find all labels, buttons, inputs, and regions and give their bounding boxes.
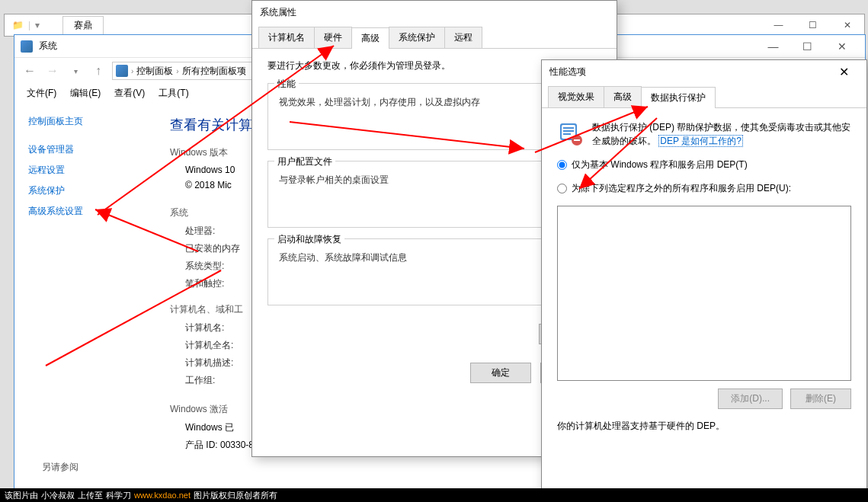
tab-hardware[interactable]: 硬件 — [314, 27, 352, 48]
userprofile-legend: 用户配置文件 — [274, 155, 335, 168]
minimize-button[interactable]: — — [756, 36, 790, 57]
close-button[interactable]: ✕ — [825, 36, 859, 57]
startup-legend: 启动和故障恢复 — [274, 233, 344, 246]
processor-key: 处理器: — [170, 225, 254, 238]
qat-divider: | — [28, 20, 30, 30]
perfopts-title: 性能选项 — [549, 66, 586, 78]
performance-legend: 性能 — [274, 78, 299, 91]
dep-radio-essential[interactable]: 仅为基本 Windows 程序和服务启用 DEP(T) — [557, 158, 851, 171]
tab-advanced[interactable]: 高级 — [604, 86, 642, 107]
sysprops-titlebar: 系统属性 — [252, 1, 617, 24]
maximize-button[interactable]: ☐ — [790, 36, 825, 57]
breadcrumb-sep: › — [131, 67, 133, 75]
system-sidebar: 控制面板主页 设备管理器 远程设置 系统保护 高级系统设置 — [14, 102, 152, 491]
sidebar-home[interactable]: 控制面板主页 — [28, 111, 138, 132]
svg-rect-3 — [563, 130, 574, 132]
perfopts-tabs: 视觉效果 高级 数据执行保护 — [542, 83, 866, 108]
tab-advanced[interactable]: 高级 — [351, 27, 389, 49]
watermark-footer: 该图片由 小冷叔叔 上传至 科学刀 www.kxdao.net 图片版权归原创者… — [0, 488, 868, 502]
activation-value: Windows 已 — [170, 421, 234, 434]
back-button[interactable]: ← — [21, 62, 39, 80]
wm-t1: 该图片由 — [5, 490, 38, 501]
explorer-qat: 📁 | ▾ — [5, 20, 47, 30]
pen-key: 笔和触控: — [170, 277, 254, 290]
menu-file[interactable]: 文件(F) — [21, 85, 62, 102]
tab-remote[interactable]: 远程 — [444, 27, 482, 48]
breadcrumb-sep: › — [176, 67, 178, 75]
sidebar-advsys[interactable]: 高级系统设置 — [28, 201, 138, 222]
dep-description: 数据执行保护 (DEP) 帮助保护数据，使其免受病毒攻击或其他安全威胁的破坏。 … — [592, 120, 851, 148]
dropdown-history[interactable]: ▾ — [66, 62, 85, 80]
dep-radio-all[interactable]: 为除下列选定程序之外的所有程序和服务启用 DEP(U): — [557, 182, 851, 195]
up-button[interactable]: ↑ — [89, 62, 107, 80]
sysprops-tabs: 计算机名 硬件 高级 系统保护 远程 — [252, 24, 617, 49]
wm-t2: 上传至 — [78, 490, 103, 501]
add-button[interactable]: 添加(D)... — [718, 388, 783, 409]
system-icon — [21, 40, 33, 53]
sidebar-sysprot[interactable]: 系统保护 — [28, 181, 138, 201]
dep-radio-essential-label: 仅为基本 Windows 程序和服务启用 DEP(T) — [572, 158, 748, 171]
tab-dep[interactable]: 数据执行保护 — [641, 87, 716, 108]
svg-rect-2 — [563, 127, 574, 129]
dep-how-link[interactable]: DEP 是如何工作的? — [658, 135, 742, 147]
menu-tools[interactable]: 工具(T) — [152, 85, 194, 102]
ok-button[interactable]: 确定 — [470, 363, 531, 383]
explorer-tab[interactable]: 赛鼎 — [62, 16, 104, 34]
performance-options-dialog: 性能选项 ✕ 视觉效果 高级 数据执行保护 数据执行保护 (DEP) 帮助保护数… — [541, 59, 867, 501]
folder-icon: 📁 — [12, 20, 24, 30]
compname-key: 计算机名: — [170, 321, 254, 334]
windows-edition-value: Windows 10 — [170, 165, 235, 175]
copyright: © 2018 Mic — [170, 180, 232, 190]
controlpanel-icon — [116, 65, 128, 77]
wm-site: 科学刀 — [106, 490, 131, 501]
wm-url[interactable]: www.kxdao.net — [134, 491, 191, 500]
breadcrumb-seg[interactable]: 控制面板 — [136, 65, 173, 78]
svg-rect-6 — [574, 139, 580, 141]
forward-button[interactable]: → — [43, 62, 62, 80]
dep-radio-all-label: 为除下列选定程序之外的所有程序和服务启用 DEP(U): — [572, 182, 791, 195]
desc-key: 计算机描述: — [170, 357, 254, 369]
wm-author: 小冷叔叔 — [41, 490, 75, 501]
tab-computer-name[interactable]: 计算机名 — [258, 27, 315, 48]
menu-view[interactable]: 查看(V) — [108, 85, 151, 102]
ram-key: 已安装的内存 — [170, 242, 254, 255]
dep-radio-essential-input[interactable] — [557, 160, 567, 170]
tab-visual-effects[interactable]: 视觉效果 — [548, 86, 604, 107]
see-also-label: 另请参阅 — [42, 461, 78, 474]
breadcrumb-seg[interactable]: 所有控制面板项 — [182, 65, 246, 78]
systype-key: 系统类型: — [170, 260, 254, 273]
maximize-button[interactable]: ☐ — [796, 14, 830, 36]
dep-exception-list[interactable] — [557, 206, 851, 381]
perfopts-titlebar: 性能选项 ✕ — [542, 60, 866, 83]
sidebar-devmgr[interactable]: 设备管理器 — [28, 139, 138, 160]
dep-radio-all-input[interactable] — [557, 184, 567, 193]
svg-rect-4 — [563, 133, 571, 135]
dep-footer-text: 你的计算机处理器支持基于硬件的 DEP。 — [557, 420, 851, 433]
tab-system-protection[interactable]: 系统保护 — [389, 27, 445, 48]
wm-t3: 图片版权归原创者所有 — [194, 490, 277, 501]
close-button[interactable]: ✕ — [830, 14, 864, 36]
workgroup-key: 工作组: — [170, 374, 254, 387]
system-title: 系统 — [39, 40, 57, 53]
menu-edit[interactable]: 编辑(E) — [64, 85, 107, 102]
sysprops-title: 系统属性 — [260, 6, 296, 19]
dep-shield-icon — [557, 120, 583, 146]
minimize-button[interactable]: — — [761, 14, 796, 36]
qat-item[interactable]: ▾ — [35, 20, 40, 30]
close-button[interactable]: ✕ — [828, 61, 859, 82]
fullname-key: 计算机全名: — [170, 339, 254, 352]
remove-button[interactable]: 删除(E) — [790, 388, 851, 409]
perfopts-tabbody: 数据执行保护 (DEP) 帮助保护数据，使其免受病毒攻击或其他安全威胁的破坏。 … — [542, 108, 866, 445]
sidebar-remote[interactable]: 远程设置 — [28, 160, 138, 181]
